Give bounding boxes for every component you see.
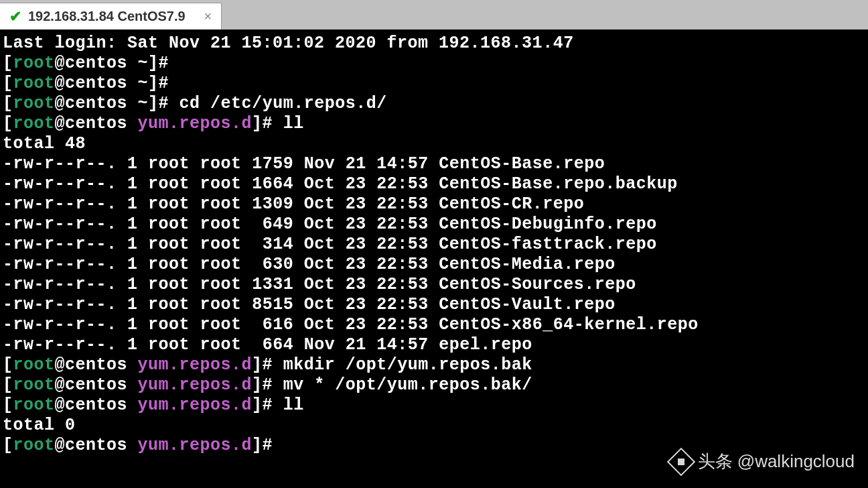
prompt-user: root bbox=[13, 355, 55, 375]
prompt-dir: ~ bbox=[138, 94, 149, 113]
cmd-mv: mv * /opt/yum.repos.bak/ bbox=[283, 375, 532, 395]
tab-title: 192.168.31.84 CentOS7.9 bbox=[28, 9, 186, 24]
prompt-dir: yum.repos.d bbox=[138, 114, 252, 133]
file-row: -rw-r--r--. 1 root root 8515 Oct 23 22:5… bbox=[3, 295, 616, 314]
prompt-dir: yum.repos.d bbox=[138, 355, 252, 375]
prompt-host: centos bbox=[65, 375, 127, 395]
prompt-user: root bbox=[13, 375, 55, 395]
close-icon[interactable]: × bbox=[204, 9, 212, 24]
prompt-user: root bbox=[13, 94, 55, 113]
watermark-icon bbox=[666, 447, 695, 475]
prompt-dir: yum.repos.d bbox=[138, 375, 252, 395]
file-row: -rw-r--r--. 1 root root 664 Nov 21 14:57… bbox=[3, 335, 532, 355]
file-row: -rw-r--r--. 1 root root 1309 Oct 23 22:5… bbox=[3, 194, 584, 214]
prompt-user: root bbox=[13, 436, 55, 455]
file-row: -rw-r--r--. 1 root root 1331 Oct 23 22:5… bbox=[3, 275, 636, 294]
prompt-dir: yum.repos.d bbox=[138, 395, 252, 415]
watermark: 头条 @walkingcloud bbox=[671, 450, 855, 473]
file-row: -rw-r--r--. 1 root root 1759 Nov 21 14:5… bbox=[3, 154, 605, 174]
prompt-host: centos bbox=[65, 114, 127, 133]
cmd-ll: ll bbox=[283, 114, 304, 133]
total-line2: total 0 bbox=[3, 416, 76, 435]
check-icon: ✔ bbox=[9, 8, 21, 25]
file-row: -rw-r--r--. 1 root root 616 Oct 23 22:53… bbox=[3, 315, 699, 334]
file-row: -rw-r--r--. 1 root root 1664 Oct 23 22:5… bbox=[3, 174, 678, 194]
cmd-cd: cd /etc/yum.repos.d/ bbox=[179, 94, 387, 113]
prompt-host: centos bbox=[65, 74, 127, 93]
watermark-text: 头条 @walkingcloud bbox=[698, 450, 855, 473]
prompt-user: root bbox=[13, 74, 55, 93]
file-row: -rw-r--r--. 1 root root 630 Oct 23 22:53… bbox=[3, 255, 616, 274]
tab-bar: ✔ 192.168.31.84 CentOS7.9 × bbox=[0, 0, 868, 29]
prompt-dir: ~ bbox=[138, 74, 149, 93]
terminal-output[interactable]: Last login: Sat Nov 21 15:01:02 2020 fro… bbox=[0, 29, 868, 460]
prompt-host: centos bbox=[65, 395, 127, 415]
prompt-user: root bbox=[13, 114, 55, 133]
file-row: -rw-r--r--. 1 root root 649 Oct 23 22:53… bbox=[3, 215, 657, 234]
prompt-host: centos bbox=[65, 436, 127, 455]
login-line: Last login: Sat Nov 21 15:01:02 2020 fro… bbox=[3, 34, 574, 53]
prompt-user: root bbox=[13, 395, 55, 415]
prompt-host: centos bbox=[65, 355, 127, 375]
prompt-dir: ~ bbox=[138, 54, 149, 73]
tab-active[interactable]: ✔ 192.168.31.84 CentOS7.9 × bbox=[0, 3, 222, 29]
cmd-mkdir: mkdir /opt/yum.repos.bak bbox=[283, 355, 532, 375]
prompt-user: root bbox=[13, 54, 55, 73]
cmd-ll2: ll bbox=[283, 395, 304, 415]
file-row: -rw-r--r--. 1 root root 314 Oct 23 22:53… bbox=[3, 235, 657, 254]
prompt-dir: yum.repos.d bbox=[138, 436, 252, 455]
prompt-host: centos bbox=[65, 54, 127, 73]
total-line: total 48 bbox=[3, 134, 86, 154]
prompt-host: centos bbox=[65, 94, 127, 113]
